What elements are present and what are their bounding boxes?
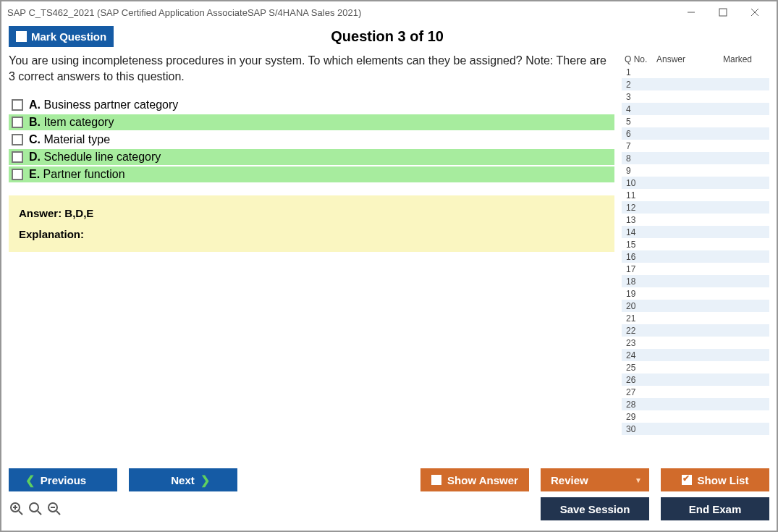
minimize-button[interactable] <box>675 2 707 22</box>
nav-row[interactable]: 19 <box>622 287 769 300</box>
close-button[interactable] <box>739 2 771 22</box>
nav-col-marked: Marked <box>723 54 766 64</box>
option-checkbox[interactable] <box>12 134 23 145</box>
nav-qno: 3 <box>626 92 648 102</box>
show-list-checkbox-icon <box>682 475 692 485</box>
end-exam-label: End Exam <box>689 503 742 515</box>
nav-row[interactable]: 11 <box>622 189 769 201</box>
nav-row[interactable]: 4 <box>622 103 769 115</box>
end-exam-button[interactable]: End Exam <box>661 497 769 520</box>
nav-row[interactable]: 12 <box>622 201 769 214</box>
svg-line-11 <box>56 511 60 515</box>
nav-row[interactable]: 1 <box>622 66 769 78</box>
nav-header: Q No. Answer Marked <box>622 53 769 66</box>
review-dropdown[interactable]: Review ▼ <box>541 468 649 491</box>
show-answer-button[interactable]: Show Answer <box>420 468 529 491</box>
answer-box: Answer: B,D,E Explanation: <box>9 195 614 252</box>
nav-qno: 24 <box>626 350 648 360</box>
option-checkbox[interactable] <box>12 117 23 128</box>
option-row[interactable]: D. Schedule line category <box>9 149 614 165</box>
show-list-label: Show List <box>698 474 749 486</box>
option-checkbox[interactable] <box>12 169 23 180</box>
nav-qno: 6 <box>626 129 648 139</box>
nav-qno: 11 <box>626 190 648 200</box>
nav-row[interactable]: 26 <box>622 373 769 386</box>
option-letter: A. <box>29 98 41 111</box>
nav-qno: 20 <box>626 301 648 311</box>
previous-button[interactable]: ❮ Previous <box>9 468 117 491</box>
nav-row[interactable]: 8 <box>622 152 769 164</box>
mark-checkbox-icon <box>16 31 27 42</box>
nav-row[interactable]: 17 <box>622 263 769 275</box>
option-row[interactable]: E. Partner function <box>9 166 614 182</box>
next-button[interactable]: Next ❯ <box>129 468 237 491</box>
nav-row[interactable]: 14 <box>622 226 769 238</box>
show-list-button[interactable]: Show List <box>661 468 769 491</box>
nav-qno: 9 <box>626 166 648 176</box>
nav-qno: 8 <box>626 153 648 164</box>
nav-row[interactable]: 29 <box>622 410 769 423</box>
nav-row[interactable]: 23 <box>622 337 769 349</box>
dropdown-triangle-icon: ▼ <box>635 476 642 484</box>
nav-body[interactable]: 1234567891011121314151617181920212223242… <box>622 66 769 461</box>
option-text: Item category <box>43 116 114 128</box>
option-text: Partner function <box>43 168 125 180</box>
option-row[interactable]: C. Material type <box>9 132 614 148</box>
nav-row[interactable]: 6 <box>622 127 769 140</box>
nav-row[interactable]: 15 <box>622 238 769 250</box>
option-checkbox[interactable] <box>12 99 23 111</box>
chevron-right-icon: ❯ <box>200 473 210 487</box>
nav-qno: 1 <box>626 67 648 77</box>
nav-row[interactable]: 2 <box>622 78 769 90</box>
nav-row[interactable]: 25 <box>622 361 769 373</box>
mark-question-button[interactable]: Mark Question <box>9 26 114 47</box>
nav-row[interactable]: 22 <box>622 324 769 337</box>
maximize-button[interactable] <box>707 2 739 22</box>
option-row[interactable]: B. Item category <box>9 114 614 130</box>
nav-row[interactable]: 30 <box>622 423 769 435</box>
nav-qno: 30 <box>626 424 648 434</box>
show-answer-checkbox-icon <box>431 475 441 485</box>
option-letter: E. <box>29 168 40 180</box>
nav-row[interactable]: 5 <box>622 115 769 127</box>
chevron-left-icon: ❮ <box>25 473 35 487</box>
mark-label: Mark Question <box>31 30 106 43</box>
nav-row[interactable]: 18 <box>622 275 769 287</box>
save-session-label: Save Session <box>560 503 630 515</box>
nav-qno: 18 <box>626 276 648 287</box>
option-text: Material type <box>43 133 110 145</box>
nav-qno: 25 <box>626 363 648 373</box>
option-text: Schedule line category <box>43 151 161 163</box>
nav-col-qno: Q No. <box>625 54 656 64</box>
nav-row[interactable]: 13 <box>622 214 769 226</box>
option-row[interactable]: A. Business partner category <box>9 97 614 113</box>
zoom-reset-icon[interactable] <box>28 502 43 516</box>
nav-qno: 23 <box>626 338 648 348</box>
nav-qno: 28 <box>626 400 648 410</box>
nav-row[interactable]: 21 <box>622 312 769 324</box>
nav-row[interactable]: 7 <box>622 140 769 152</box>
nav-row[interactable]: 3 <box>622 90 769 103</box>
nav-qno: 19 <box>626 289 648 299</box>
zoom-in-icon[interactable] <box>9 502 25 516</box>
nav-row[interactable]: 9 <box>622 164 769 177</box>
nav-qno: 21 <box>626 313 648 324</box>
nav-qno: 26 <box>626 375 648 385</box>
nav-qno: 27 <box>626 387 648 397</box>
zoom-out-icon[interactable] <box>46 502 62 516</box>
options-list: A. Business partner categoryB. Item cate… <box>9 97 614 182</box>
save-session-button[interactable]: Save Session <box>541 497 649 520</box>
window-title: SAP C_TS462_2021 (SAP Certified Applicat… <box>7 7 361 18</box>
nav-qno: 29 <box>626 412 648 422</box>
option-checkbox[interactable] <box>12 151 23 163</box>
nav-row[interactable]: 16 <box>622 250 769 263</box>
nav-row[interactable]: 20 <box>622 300 769 312</box>
app-window: SAP C_TS462_2021 (SAP Certified Applicat… <box>0 0 778 532</box>
nav-qno: 2 <box>626 80 648 90</box>
nav-row[interactable]: 28 <box>622 398 769 410</box>
nav-qno: 22 <box>626 326 648 336</box>
nav-row[interactable]: 10 <box>622 177 769 189</box>
nav-row[interactable]: 27 <box>622 386 769 398</box>
nav-row[interactable]: 24 <box>622 349 769 361</box>
option-letter: D. <box>29 151 41 163</box>
